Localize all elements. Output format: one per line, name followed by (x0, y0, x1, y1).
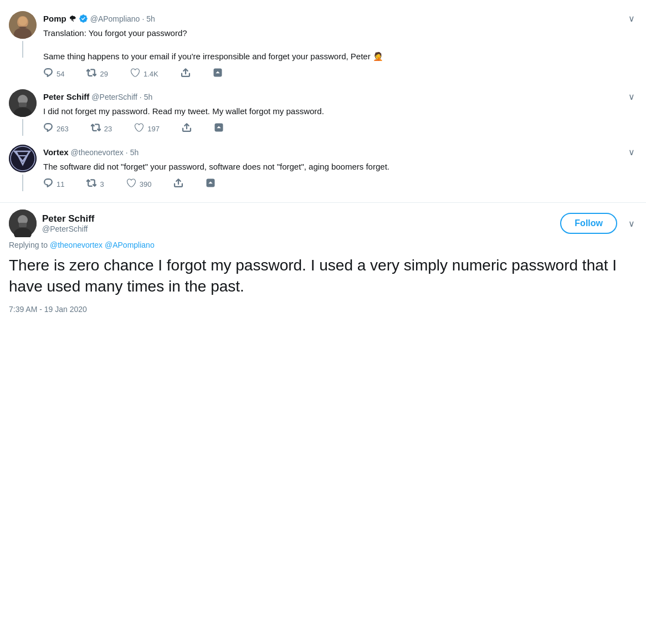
like-count-pomp: 1.4K (143, 70, 158, 78)
display-name-peter-1: Peter Schiff (43, 92, 89, 101)
dm-btn-peter-1[interactable] (182, 122, 192, 135)
thread-line-3 (22, 175, 23, 191)
replying-to: Replying to @theonevortex @APompliano (9, 241, 637, 249)
tweet-header-vortex: Vortex @theonevortex · 5h ∨ (43, 145, 637, 160)
like-icon (130, 68, 140, 80)
dm-btn-pomp[interactable] (181, 68, 191, 80)
svg-point-10 (9, 145, 37, 172)
main-tweet-name-block: Peter Schiff @PeterSchiff (42, 213, 94, 233)
reply-btn-pomp[interactable]: 54 (43, 68, 64, 80)
tweet-header-peter-1: Peter Schiff @PeterSchiff · 5h ∨ (43, 89, 637, 104)
reply-icon-3 (43, 178, 53, 191)
reply-count-pomp: 54 (57, 70, 64, 78)
avatar-peter-main (9, 209, 37, 237)
dm-icon-2 (182, 122, 192, 135)
more-icon (213, 68, 223, 80)
like-icon-3 (126, 178, 136, 191)
follow-button[interactable]: Follow (560, 213, 617, 234)
avatar-peter-1 (9, 89, 37, 117)
chevron-btn-main[interactable]: ∨ (626, 216, 637, 231)
replying-to-handles[interactable]: @theonevortex @APompliano (50, 241, 155, 249)
main-display-name: Peter Schiff (42, 213, 94, 224)
display-name-pomp: Pomp (43, 14, 66, 23)
replying-to-label: Replying to (9, 241, 48, 249)
like-count-peter-1: 197 (147, 125, 160, 133)
display-name-vortex: Vortex (43, 147, 69, 157)
dm-icon-3 (173, 178, 183, 191)
dm-icon (181, 68, 191, 80)
dm-btn-vortex[interactable] (173, 178, 183, 191)
retweet-icon-3 (86, 178, 96, 191)
more-btn-peter-1[interactable] (214, 122, 224, 135)
avatar-vortex (9, 145, 37, 172)
main-tweet-header: Peter Schiff @PeterSchiff Follow ∨ (9, 209, 637, 237)
retweet-count-pomp: 29 (100, 70, 107, 78)
main-tweet-profile: Peter Schiff @PeterSchiff (9, 209, 94, 237)
reply-btn-peter-1[interactable]: 263 (43, 122, 69, 135)
thread-line-1 (22, 41, 23, 58)
main-username: @PeterSchiff (42, 224, 94, 233)
chevron-btn-vortex[interactable]: ∨ (626, 145, 637, 160)
avatar-pomp (9, 11, 37, 39)
retweet-icon (86, 68, 96, 80)
tweet-peter-1: Peter Schiff @PeterSchiff · 5h ∨ I did n… (9, 85, 637, 140)
verified-icon-pomp (79, 14, 88, 23)
chevron-btn-pomp[interactable]: ∨ (626, 11, 637, 26)
retweet-btn-pomp[interactable]: 29 (86, 68, 107, 80)
more-icon-3 (206, 178, 216, 191)
tweet-actions-peter-1: 263 23 197 (43, 122, 637, 135)
tweet-pomp: Pomp 🌪 @APompliano · 5h ∨ Translation: Y… (9, 7, 637, 85)
tweet-thread: Pomp 🌪 @APompliano · 5h ∨ Translation: Y… (0, 0, 646, 202)
like-btn-pomp[interactable]: 1.4K (130, 68, 158, 80)
like-count-vortex: 390 (140, 180, 152, 188)
time-pomp: 5h (146, 14, 155, 23)
like-icon-2 (134, 122, 144, 135)
time-peter-1: 5h (144, 93, 153, 101)
pomp-emoji: 🌪 (69, 14, 76, 23)
svg-point-2 (18, 17, 27, 25)
tweet-vortex: Vortex @theonevortex · 5h ∨ The software… (9, 140, 637, 196)
retweet-icon-2 (91, 122, 101, 135)
chevron-btn-peter-1[interactable]: ∨ (626, 89, 637, 104)
tweet-content-vortex: Vortex @theonevortex · 5h ∨ The software… (43, 145, 637, 191)
tweet-header-pomp: Pomp 🌪 @APompliano · 5h ∨ (43, 11, 637, 26)
retweet-btn-peter-1[interactable]: 23 (91, 122, 112, 135)
username-peter-1: @PeterSchiff (91, 93, 137, 101)
tweet-content-pomp: Pomp 🌪 @APompliano · 5h ∨ Translation: Y… (43, 11, 637, 80)
thread-line-2 (22, 119, 23, 136)
more-btn-pomp[interactable] (213, 68, 223, 80)
tweet-timestamp: 7:39 AM - 19 Jan 2020 (9, 305, 637, 314)
svg-rect-16 (19, 223, 27, 227)
main-tweet-section: Peter Schiff @PeterSchiff Follow ∨ Reply… (0, 202, 646, 320)
main-tweet-body: There is zero chance I forgot my passwor… (9, 255, 637, 297)
tweet-actions-vortex: 11 3 390 (43, 178, 637, 191)
username-vortex: @theonevortex (71, 148, 124, 157)
more-btn-vortex[interactable] (206, 178, 216, 191)
retweet-btn-vortex[interactable]: 3 (86, 178, 104, 191)
timestamp-link[interactable]: 7:39 AM - 19 Jan 2020 (9, 305, 87, 314)
tweet-actions-pomp: 54 29 1.4K (43, 68, 637, 80)
more-icon-2 (214, 122, 224, 135)
like-btn-vortex[interactable]: 390 (126, 178, 152, 191)
reply-count-vortex: 11 (57, 180, 64, 188)
svg-rect-8 (19, 103, 27, 107)
reply-btn-vortex[interactable]: 11 (43, 178, 64, 191)
reply-count-peter-1: 263 (57, 125, 69, 133)
like-btn-peter-1[interactable]: 197 (134, 122, 160, 135)
username-pomp: @APompliano (90, 14, 140, 23)
reply-icon (43, 68, 53, 80)
main-tweet-actions: Follow ∨ (560, 213, 637, 234)
retweet-count-peter-1: 23 (104, 125, 112, 133)
tweet-body-peter-1: I did not forget my password. Read my tw… (43, 105, 637, 117)
reply-icon-2 (43, 122, 53, 135)
tweet-body-vortex: The software did not "forget" your passw… (43, 161, 637, 172)
time-vortex: 5h (130, 148, 139, 157)
retweet-count-vortex: 3 (100, 180, 104, 188)
tweet-content-peter-1: Peter Schiff @PeterSchiff · 5h ∨ I did n… (43, 89, 637, 135)
tweet-body-pomp: Translation: You forgot your password? S… (43, 27, 637, 62)
